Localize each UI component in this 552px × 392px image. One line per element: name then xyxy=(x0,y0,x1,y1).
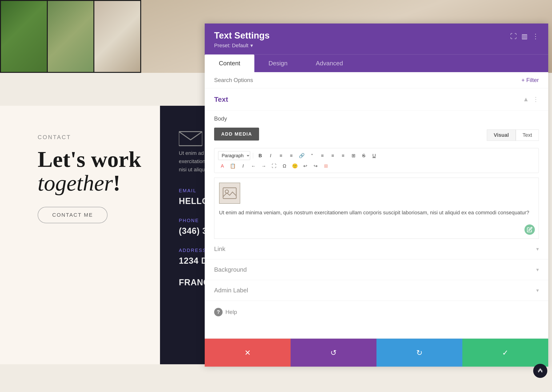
gallery-image-2 xyxy=(48,1,94,72)
envelope-icon xyxy=(179,129,202,148)
divi-link-button[interactable]: ⊞ xyxy=(322,162,330,170)
special-chars-button[interactable]: Ω xyxy=(280,162,289,170)
panel-tabs: Content Design Advanced xyxy=(205,54,548,72)
accordion-admin-label: Admin Label ▾ xyxy=(205,280,548,301)
contact-heading-italic: together xyxy=(38,170,113,196)
unordered-list-button[interactable]: ≡ xyxy=(277,152,285,160)
paste-button[interactable]: 📋 xyxy=(228,162,237,170)
svg-rect-1 xyxy=(223,188,236,199)
italic-button[interactable]: I xyxy=(266,152,275,160)
section-more-icon[interactable]: ⋮ xyxy=(533,96,539,103)
strikethrough-button[interactable]: S xyxy=(360,152,368,160)
text-section-title: Text xyxy=(214,95,228,103)
align-right-button[interactable]: ≡ xyxy=(339,152,347,160)
ordered-list-button[interactable]: ≡ xyxy=(287,152,296,160)
tab-advanced[interactable]: Advanced xyxy=(302,55,357,72)
accordion-link-title: Link xyxy=(214,245,225,253)
editor-toolbar: Paragraph Heading 1 Heading 2 Pre B I ≡ … xyxy=(214,148,539,173)
contact-me-button[interactable]: CONTACT ME xyxy=(38,207,108,223)
panel-preset[interactable]: Preset: Default ▾ xyxy=(214,42,270,49)
confirm-button[interactable]: ✓ xyxy=(462,339,548,367)
sidebar-icon[interactable]: ▥ xyxy=(521,32,528,40)
contact-label: CONTACT xyxy=(38,134,167,140)
indent-button[interactable]: → xyxy=(260,162,268,170)
gallery-image-3 xyxy=(94,1,140,72)
toolbar-row-1: Paragraph Heading 1 Heading 2 Pre B I ≡ … xyxy=(218,151,535,160)
panel-body: Text ▲ ⋮ Body ADD MEDIA Visual Text xyxy=(205,88,548,338)
panel-header: Text Settings Preset: Default ▾ ⛶ ▥ ⋮ xyxy=(205,23,548,54)
search-bar: + Filter xyxy=(205,72,548,88)
redo-action-button[interactable]: ↻ xyxy=(377,339,462,367)
undo-icon: ↺ xyxy=(330,348,337,357)
toolbar-area: ADD MEDIA Visual Text Paragraph Heading … xyxy=(205,124,548,178)
body-label: Body xyxy=(205,111,548,124)
accordion-link-header[interactable]: Link ▾ xyxy=(205,239,548,259)
accordion-admin-label-title: Admin Label xyxy=(214,287,248,294)
help-section: ? Help xyxy=(205,301,548,323)
panel-header-icons: ⛶ ▥ ⋮ xyxy=(510,32,539,40)
corner-icon[interactable] xyxy=(533,364,547,378)
section-actions: ▲ ⋮ xyxy=(523,96,539,103)
gallery-image-1 xyxy=(1,1,47,72)
add-media-button[interactable]: ADD MEDIA xyxy=(214,128,259,140)
editor-content-area[interactable]: Ut enim ad minima veniam, quis nostrum e… xyxy=(214,178,539,239)
accordion-background-title: Background xyxy=(214,266,247,273)
tab-content[interactable]: Content xyxy=(205,55,254,72)
help-text[interactable]: Help xyxy=(225,309,237,315)
image-placeholder-icon xyxy=(223,187,237,199)
accordion-background-chevron: ▾ xyxy=(536,267,539,273)
undo-button[interactable]: ↩ xyxy=(301,162,309,170)
accordion-link-chevron: ▾ xyxy=(536,246,539,252)
contact-heading-line1: Let's work xyxy=(38,147,141,172)
bold-button[interactable]: B xyxy=(256,152,264,160)
accordion-link: Link ▾ xyxy=(205,239,548,259)
redo-icon: ↻ xyxy=(416,348,423,357)
outdent-button[interactable]: ← xyxy=(249,162,258,170)
panel-title: Text Settings xyxy=(214,31,270,41)
text-section-header: Text ▲ ⋮ xyxy=(205,88,548,111)
italic2-button[interactable]: I xyxy=(239,162,247,170)
accordion-background: Background ▾ xyxy=(205,259,548,280)
table-button[interactable]: ⊞ xyxy=(349,152,358,160)
accordion-admin-label-chevron: ▾ xyxy=(536,287,539,294)
redo-button[interactable]: ↪ xyxy=(311,162,320,170)
contact-heading-exclaim: ! xyxy=(113,170,120,196)
help-icon: ? xyxy=(214,308,223,316)
underline-button[interactable]: U xyxy=(370,152,378,160)
panel-header-left: Text Settings Preset: Default ▾ xyxy=(214,31,270,49)
fullscreen-icon[interactable]: ⛶ xyxy=(510,32,517,40)
text-color-button[interactable]: A xyxy=(218,162,227,170)
tab-text[interactable]: Text xyxy=(516,129,539,141)
editor-image-placeholder xyxy=(219,183,240,204)
confirm-icon: ✓ xyxy=(502,348,508,357)
emoji-button[interactable]: 🙂 xyxy=(291,162,299,170)
contact-heading: Let's work together! xyxy=(38,147,167,195)
link-button[interactable]: 🔗 xyxy=(298,152,306,160)
undo-action-button[interactable]: ↺ xyxy=(291,339,377,367)
edit-icon-circle[interactable] xyxy=(524,224,535,235)
search-input[interactable] xyxy=(214,77,474,84)
more-options-icon[interactable]: ⋮ xyxy=(532,32,539,40)
toolbar-row-2: A 📋 I ← → ⛶ Ω 🙂 ↩ ↪ ⊞ xyxy=(218,162,535,170)
tab-visual[interactable]: Visual xyxy=(487,129,516,141)
paragraph-select[interactable]: Paragraph Heading 1 Heading 2 Pre xyxy=(218,151,250,160)
tab-design[interactable]: Design xyxy=(254,55,302,72)
blockquote-button[interactable]: " xyxy=(308,152,316,160)
settings-panel: Text Settings Preset: Default ▾ ⛶ ▥ ⋮ Co… xyxy=(205,23,548,367)
filter-button[interactable]: + Filter xyxy=(521,77,539,84)
visual-text-tabs: Visual Text xyxy=(487,129,539,141)
action-bar: ✕ ↺ ↻ ✓ xyxy=(205,338,548,367)
preset-chevron-icon: ▾ xyxy=(250,42,253,49)
fullscreen2-button[interactable]: ⛶ xyxy=(270,162,278,170)
editor-body-text: Ut enim ad minima veniam, quis nostrum e… xyxy=(219,209,534,217)
accordion-admin-label-header[interactable]: Admin Label ▾ xyxy=(205,280,548,301)
cancel-icon: ✕ xyxy=(245,348,251,357)
align-left-button[interactable]: ≡ xyxy=(318,152,327,160)
accordion-background-header[interactable]: Background ▾ xyxy=(205,259,548,280)
gallery-left xyxy=(0,0,141,73)
align-center-button[interactable]: ≡ xyxy=(328,152,337,160)
section-collapse-icon[interactable]: ▲ xyxy=(523,96,529,103)
cancel-button[interactable]: ✕ xyxy=(205,339,291,367)
